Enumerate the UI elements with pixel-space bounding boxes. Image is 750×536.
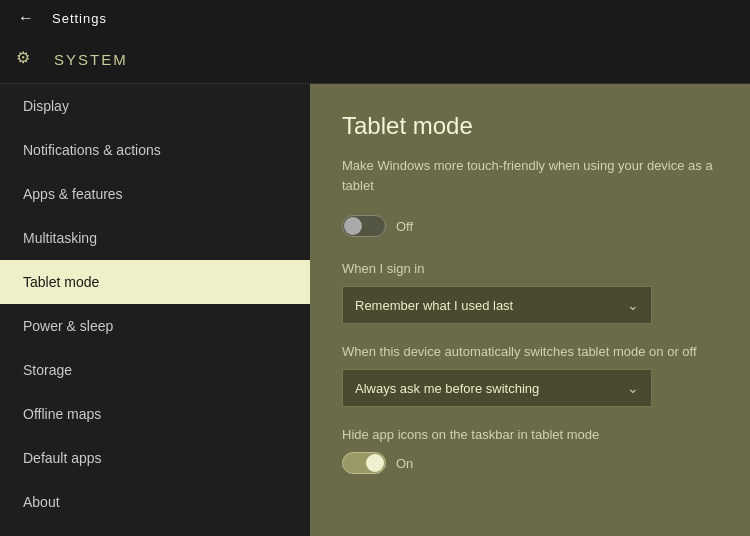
auto-switch-section: When this device automatically switches … — [342, 344, 718, 407]
hide-icons-toggle[interactable] — [342, 452, 386, 474]
tablet-mode-toggle-row: Off — [342, 215, 718, 237]
hide-icons-toggle-thumb — [366, 454, 384, 472]
toggle-thumb — [344, 217, 362, 235]
back-button[interactable]: ← — [12, 4, 40, 32]
title-bar: ← Settings — [0, 0, 750, 36]
tablet-mode-toggle-label: Off — [396, 219, 413, 234]
page-description: Make Windows more touch-friendly when us… — [342, 156, 718, 195]
sidebar-item-power-sleep[interactable]: Power & sleep — [0, 304, 310, 348]
sidebar-item-multitasking[interactable]: Multitasking — [0, 216, 310, 260]
sidebar-item-tablet-mode[interactable]: Tablet mode — [0, 260, 310, 304]
content-area: Tablet mode Make Windows more touch-frie… — [310, 84, 750, 536]
sidebar-item-default-apps[interactable]: Default apps — [0, 436, 310, 480]
sidebar-item-notifications[interactable]: Notifications & actions — [0, 128, 310, 172]
sidebar-item-apps-features[interactable]: Apps & features — [0, 172, 310, 216]
main-layout: Display Notifications & actions Apps & f… — [0, 84, 750, 536]
auto-switch-dropdown[interactable]: Always ask me before switching ⌄ — [342, 369, 652, 407]
back-icon: ← — [18, 9, 34, 27]
auto-switch-chevron-icon: ⌄ — [627, 380, 639, 396]
system-header: ⚙ SYSTEM — [0, 36, 750, 84]
sidebar: Display Notifications & actions Apps & f… — [0, 84, 310, 536]
hide-icons-toggle-row: On — [342, 452, 718, 474]
sidebar-item-storage[interactable]: Storage — [0, 348, 310, 392]
sidebar-item-display[interactable]: Display — [0, 84, 310, 128]
sidebar-item-about[interactable]: About — [0, 480, 310, 524]
sign-in-selected: Remember what I used last — [355, 298, 513, 313]
sign-in-section: When I sign in Remember what I used last… — [342, 261, 718, 324]
sign-in-label: When I sign in — [342, 261, 718, 276]
sign-in-chevron-icon: ⌄ — [627, 297, 639, 313]
hide-icons-label: Hide app icons on the taskbar in tablet … — [342, 427, 718, 442]
system-title: SYSTEM — [54, 51, 128, 68]
auto-switch-selected: Always ask me before switching — [355, 381, 539, 396]
title-bar-text: Settings — [52, 11, 107, 26]
sign-in-dropdown[interactable]: Remember what I used last ⌄ — [342, 286, 652, 324]
system-icon: ⚙ — [16, 48, 40, 72]
tablet-mode-toggle[interactable] — [342, 215, 386, 237]
hide-icons-section: Hide app icons on the taskbar in tablet … — [342, 427, 718, 474]
hide-icons-toggle-label: On — [396, 456, 413, 471]
page-title: Tablet mode — [342, 112, 718, 140]
sidebar-item-offline-maps[interactable]: Offline maps — [0, 392, 310, 436]
auto-switch-label: When this device automatically switches … — [342, 344, 718, 359]
